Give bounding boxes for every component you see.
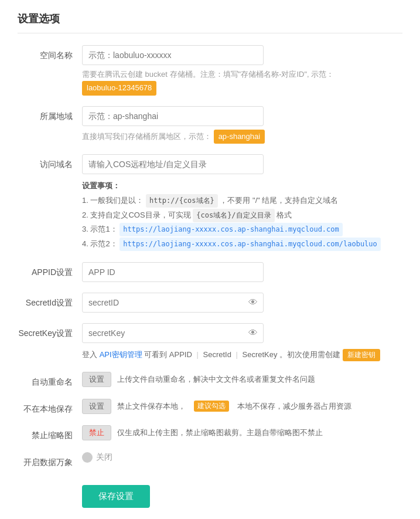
region-row: 所属地域 直接填写我们存储桶所属地区，示范： ap-shanghai bbox=[18, 106, 402, 144]
secretkey-input-wrapper: 👁︎ bbox=[82, 323, 264, 343]
no-local-save-label: 不在本地保存 bbox=[18, 399, 82, 415]
auto-rename-toggle[interactable]: 设置 bbox=[82, 372, 111, 387]
secretkey-label: SecretKey设置 bbox=[18, 323, 82, 340]
auto-rename-row: 自动重命名 设置 上传文件自动重命名，解决中文文件名或者重复文件名问题 bbox=[18, 372, 402, 388]
secretid-label: SecretId设置 bbox=[18, 293, 82, 309]
no-thumbnail-row: 禁止缩略图 禁止 仅生成和上传主图，禁止缩略图裁剪。主题自带缩略图不禁止 bbox=[18, 425, 402, 442]
hint3-code: https://laojiang-xxxxx.cos.ap-shanghai.m… bbox=[119, 223, 342, 236]
no-thumbnail-toggle[interactable]: 禁止 bbox=[82, 425, 111, 440]
no-thumbnail-desc: 仅生成和上传主图，禁止缩略图裁剪。主题自带缩略图不禁止 bbox=[117, 428, 323, 438]
auto-rename-toggle-row: 设置 上传文件自动重命名，解决中文文件名或者重复文件名问题 bbox=[82, 372, 402, 387]
auto-rename-desc: 上传文件自动重命名，解决中文文件名或者重复文件名问题 bbox=[117, 374, 315, 385]
region-label: 所属地域 bbox=[18, 106, 82, 123]
auto-rename-label: 自动重命名 bbox=[18, 372, 82, 388]
data-wan-state: 关闭 bbox=[96, 452, 112, 463]
hint2-code: {cos域名}/自定义目录 bbox=[193, 209, 274, 222]
no-local-save-badge: 建议勾选 bbox=[194, 401, 229, 412]
secretkey-row: SecretKey设置 👁︎ 登入 API密钥管理 可看到 APPID | Se… bbox=[18, 323, 402, 361]
no-local-save-toggle-row: 设置 禁止文件保存本地， 建议勾选 本地不保存，减少服务器占用资源 bbox=[82, 399, 402, 414]
appid-row: APPID设置 bbox=[18, 262, 402, 282]
no-local-save-row: 不在本地保存 设置 禁止文件保存本地， 建议勾选 本地不保存，减少服务器占用资源 bbox=[18, 399, 402, 415]
region-content: 直接填写我们存储桶所属地区，示范： ap-shanghai bbox=[82, 106, 402, 144]
new-key-button[interactable]: 新建密钥 bbox=[343, 349, 380, 361]
secretkey-content: 👁︎ 登入 API密钥管理 可看到 APPID | SecretId | Sec… bbox=[82, 323, 402, 361]
space-name-hint: 需要在腾讯云创建 bucket 存储桶。注意：填写"存储桶名称-对应ID", 示… bbox=[82, 69, 402, 96]
secretkey-input[interactable] bbox=[82, 323, 264, 343]
region-input[interactable] bbox=[82, 106, 264, 126]
hint1-code: http://{cos域名} bbox=[146, 194, 218, 208]
region-hint: 直接填写我们存储桶所属地区，示范： ap-shanghai bbox=[82, 130, 402, 144]
secretid-content: 👁︎ bbox=[82, 293, 402, 313]
no-local-save-desc2: 本地不保存，减少服务器占用资源 bbox=[237, 401, 351, 412]
no-local-save-content: 设置 禁止文件保存本地， 建议勾选 本地不保存，减少服务器占用资源 bbox=[82, 399, 402, 414]
no-thumbnail-label: 禁止缩略图 bbox=[18, 425, 82, 442]
domain-row: 访问域名 设置事项： 1. 一般我们是以： http://{cos域名} ，不要… bbox=[18, 154, 402, 251]
no-local-save-toggle[interactable]: 设置 bbox=[82, 399, 111, 414]
secretid-row: SecretId设置 👁︎ bbox=[18, 293, 402, 313]
no-local-save-desc1: 禁止文件保存本地， bbox=[117, 401, 186, 412]
data-wan-row: 开启数据万象 关闭 bbox=[18, 452, 402, 469]
api-management-link[interactable]: API密钥管理 bbox=[100, 350, 142, 359]
data-wan-content: 关闭 bbox=[82, 452, 402, 463]
section-title: 设置选项 bbox=[18, 12, 402, 33]
data-wan-radio-group: 关闭 bbox=[82, 452, 402, 463]
space-name-row: 空间名称 需要在腾讯云创建 bucket 存储桶。注意：填写"存储桶名称-对应I… bbox=[18, 45, 402, 96]
no-thumbnail-content: 禁止 仅生成和上传主图，禁止缩略图裁剪。主题自带缩略图不禁止 bbox=[82, 425, 402, 440]
appid-label: APPID设置 bbox=[18, 262, 82, 279]
save-button[interactable]: 保存设置 bbox=[82, 485, 150, 508]
domain-label: 访问域名 bbox=[18, 154, 82, 171]
data-wan-radio-circle[interactable] bbox=[82, 452, 93, 463]
no-thumbnail-toggle-row: 禁止 仅生成和上传主图，禁止缩略图裁剪。主题自带缩略图不禁止 bbox=[82, 425, 402, 440]
appid-input[interactable] bbox=[82, 262, 264, 282]
domain-hint-block: 设置事项： 1. 一般我们是以： http://{cos域名} ，不要用 "/"… bbox=[82, 179, 402, 251]
data-wan-label: 开启数据万象 bbox=[18, 452, 82, 469]
domain-input[interactable] bbox=[82, 154, 264, 174]
save-row: 保存设置 bbox=[18, 479, 402, 508]
secretid-input[interactable] bbox=[82, 293, 264, 313]
space-name-badge: laobuluo-12345678 bbox=[82, 81, 156, 96]
region-badge: ap-shanghai bbox=[214, 130, 265, 144]
secretkey-eye-icon[interactable]: 👁︎ bbox=[248, 328, 258, 338]
hint4-code: https://laojiang-xxxxx.cos.ap-shanghai.m… bbox=[119, 238, 380, 251]
secretid-input-wrapper: 👁︎ bbox=[82, 293, 264, 313]
auto-rename-content: 设置 上传文件自动重命名，解决中文文件名或者重复文件名问题 bbox=[82, 372, 402, 387]
space-name-label: 空间名称 bbox=[18, 45, 82, 62]
save-content: 保存设置 bbox=[82, 479, 402, 508]
api-hint: 登入 API密钥管理 可看到 APPID | SecretId | Secret… bbox=[82, 348, 402, 361]
settings-section: 设置选项 空间名称 需要在腾讯云创建 bucket 存储桶。注意：填写"存储桶名… bbox=[0, 0, 420, 519]
appid-content bbox=[82, 262, 402, 282]
space-name-input[interactable] bbox=[82, 45, 264, 65]
secretid-eye-icon[interactable]: 👁︎ bbox=[248, 297, 258, 308]
domain-content: 设置事项： 1. 一般我们是以： http://{cos域名} ，不要用 "/"… bbox=[82, 154, 402, 251]
space-name-content: 需要在腾讯云创建 bucket 存储桶。注意：填写"存储桶名称-对应ID", 示… bbox=[82, 45, 402, 96]
